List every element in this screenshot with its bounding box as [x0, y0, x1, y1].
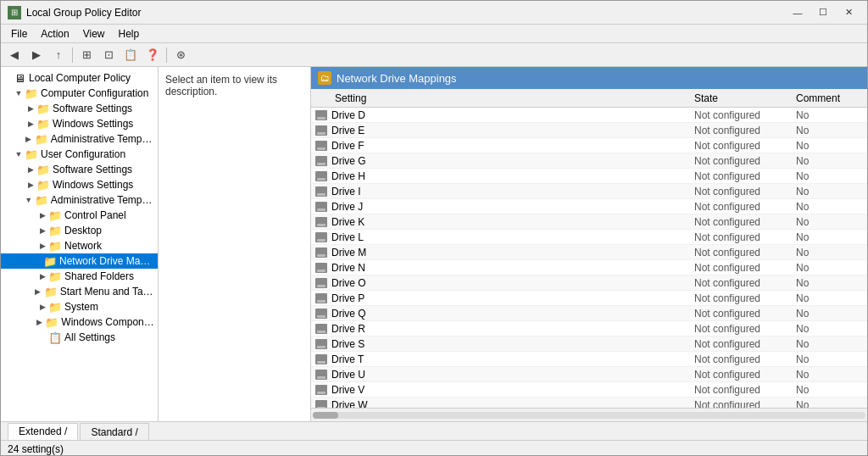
- table-row[interactable]: Drive GNot configuredNo: [311, 153, 867, 169]
- tab-standard[interactable]: Standard /: [80, 423, 148, 440]
- tree-item-start-menu[interactable]: ▶📁Start Menu and Taskbar: [1, 284, 158, 299]
- tree-item-all-settings[interactable]: 📋All Settings: [1, 330, 158, 345]
- drive-icon-shape: [315, 186, 327, 197]
- tree-toggle[interactable]: ▶: [25, 104, 36, 113]
- menu-view[interactable]: View: [76, 26, 112, 42]
- table-row[interactable]: Drive TNot configuredNo: [311, 352, 867, 367]
- row-state-14: Not configured: [694, 323, 796, 335]
- new-window-button[interactable]: ⊡: [98, 46, 119, 64]
- table-row[interactable]: Drive RNot configuredNo: [311, 321, 867, 336]
- tree-item-user-configuration[interactable]: ▼📁User Configuration: [1, 147, 158, 162]
- maximize-button[interactable]: ☐: [811, 3, 835, 22]
- tree-label: Windows Settings: [53, 118, 133, 130]
- row-setting-9: Drive M: [331, 247, 694, 259]
- tree-toggle[interactable]: ▶: [33, 318, 45, 326]
- tree-toggle[interactable]: ▶: [25, 181, 36, 189]
- tree-item-shared-folders[interactable]: ▶📁Shared Folders: [1, 269, 158, 284]
- tree-toggle[interactable]: ▶: [23, 135, 35, 143]
- tree-toggle[interactable]: ▶: [36, 303, 48, 311]
- table-row[interactable]: Drive QNot configuredNo: [311, 306, 867, 321]
- close-button[interactable]: ✕: [837, 3, 860, 22]
- table-body[interactable]: Drive DNot configuredNoDrive ENot config…: [311, 108, 867, 408]
- table-row[interactable]: Drive VNot configuredNo: [311, 382, 867, 398]
- table-row[interactable]: Drive ONot configuredNo: [311, 275, 867, 291]
- menu-help[interactable]: Help: [112, 26, 147, 42]
- tree-folder-icon: 📋: [48, 331, 62, 344]
- tree-folder-icon: 📁: [45, 315, 58, 329]
- table-row[interactable]: Drive LNot configuredNo: [311, 230, 867, 245]
- table-row[interactable]: Drive JNot configuredNo: [311, 199, 867, 214]
- tree-toggle[interactable]: ▼: [23, 196, 35, 204]
- drive-icon: [314, 247, 328, 259]
- tree-toggle[interactable]: ▶: [32, 287, 44, 296]
- col-comment-header: Comment: [796, 92, 864, 104]
- tree-item-network-drive-mappings[interactable]: 📁Network Drive Mappings: [1, 253, 158, 269]
- tree-item-system[interactable]: ▶📁System: [1, 299, 158, 314]
- content-header-title: Network Drive Mappings: [337, 72, 457, 85]
- tree-panel[interactable]: 🖥Local Computer Policy▼📁Computer Configu…: [1, 67, 159, 421]
- table-row[interactable]: Drive SNot configuredNo: [311, 336, 867, 352]
- row-comment-0: No: [796, 109, 864, 121]
- scrollbar-track: [313, 412, 865, 419]
- tree-item-windows-settings-1[interactable]: ▶📁Windows Settings: [1, 116, 158, 131]
- drive-icon: [314, 308, 328, 320]
- table-row[interactable]: Drive INot configuredNo: [311, 184, 867, 199]
- tree-item-desktop[interactable]: ▶📁Desktop: [1, 223, 158, 238]
- properties-button[interactable]: 📋: [120, 46, 141, 64]
- drive-icon: [314, 140, 328, 152]
- table-row[interactable]: Drive PNot configuredNo: [311, 291, 867, 306]
- tree-item-control-panel[interactable]: ▶📁Control Panel: [1, 208, 158, 223]
- row-setting-11: Drive O: [331, 277, 694, 289]
- app-icon: ⊞: [8, 6, 21, 19]
- tree-toggle[interactable]: ▶: [36, 272, 48, 281]
- drive-icon: [314, 155, 328, 167]
- filter-button[interactable]: ⊛: [170, 46, 191, 64]
- tree-toggle[interactable]: ▼: [13, 150, 25, 158]
- tree-label: Start Menu and Taskbar: [60, 286, 154, 298]
- table-row[interactable]: Drive KNot configuredNo: [311, 214, 867, 230]
- tree-item-admin-templates-2[interactable]: ▼📁Administrative Templates: [1, 192, 158, 208]
- tree-toggle[interactable]: ▶: [25, 120, 36, 128]
- tree-item-windows-settings-2[interactable]: ▶📁Windows Settings: [1, 177, 158, 192]
- up-button[interactable]: ↑: [48, 46, 69, 64]
- tree-item-local-computer-policy[interactable]: 🖥Local Computer Policy: [1, 70, 158, 86]
- tree-item-admin-templates-1[interactable]: ▶📁Administrative Templates: [1, 131, 158, 147]
- tab-extended[interactable]: Extended /: [8, 423, 78, 440]
- minimize-button[interactable]: —: [786, 3, 810, 22]
- horizontal-scrollbar[interactable]: [311, 408, 867, 421]
- tree-item-software-settings-1[interactable]: ▶📁Software Settings: [1, 101, 158, 116]
- table-row[interactable]: Drive WNot configuredNo: [311, 398, 867, 408]
- row-comment-8: No: [796, 231, 864, 243]
- drive-icon-shape: [315, 110, 327, 120]
- table-row[interactable]: Drive ENot configuredNo: [311, 123, 867, 138]
- menu-file[interactable]: File: [4, 26, 34, 42]
- table-row[interactable]: Drive FNot configuredNo: [311, 138, 867, 153]
- tabs-bar: Extended / Standard /: [1, 421, 867, 440]
- tree-toggle[interactable]: ▼: [13, 89, 25, 97]
- table-row[interactable]: Drive NNot configuredNo: [311, 260, 867, 275]
- row-comment-7: No: [796, 216, 864, 228]
- tree-toggle[interactable]: ▶: [36, 211, 48, 220]
- tree-toggle[interactable]: ▶: [36, 226, 48, 235]
- back-button[interactable]: ◀: [4, 46, 25, 64]
- row-comment-3: No: [796, 155, 864, 167]
- tree-label: User Configuration: [41, 148, 125, 160]
- tree-toggle[interactable]: ▶: [25, 165, 36, 174]
- tree-toggle[interactable]: ▶: [36, 242, 48, 250]
- drive-icon: [314, 399, 328, 409]
- tree-item-computer-configuration[interactable]: ▼📁Computer Configuration: [1, 86, 158, 101]
- menu-action[interactable]: Action: [34, 26, 75, 42]
- table-row[interactable]: Drive MNot configuredNo: [311, 245, 867, 260]
- row-state-0: Not configured: [694, 109, 796, 121]
- help-button[interactable]: ❓: [142, 46, 163, 64]
- table-row[interactable]: Drive DNot configuredNo: [311, 108, 867, 123]
- row-comment-10: No: [796, 262, 864, 274]
- table-row[interactable]: Drive UNot configuredNo: [311, 367, 867, 382]
- tree-item-windows-components[interactable]: ▶📁Windows Components: [1, 314, 158, 330]
- show-hide-button[interactable]: ⊞: [76, 46, 97, 64]
- forward-button[interactable]: ▶: [26, 46, 47, 64]
- table-row[interactable]: Drive HNot configuredNo: [311, 169, 867, 184]
- tree-item-software-settings-2[interactable]: ▶📁Software Settings: [1, 162, 158, 177]
- row-setting-17: Drive U: [331, 369, 694, 381]
- tree-item-network[interactable]: ▶📁Network: [1, 238, 158, 253]
